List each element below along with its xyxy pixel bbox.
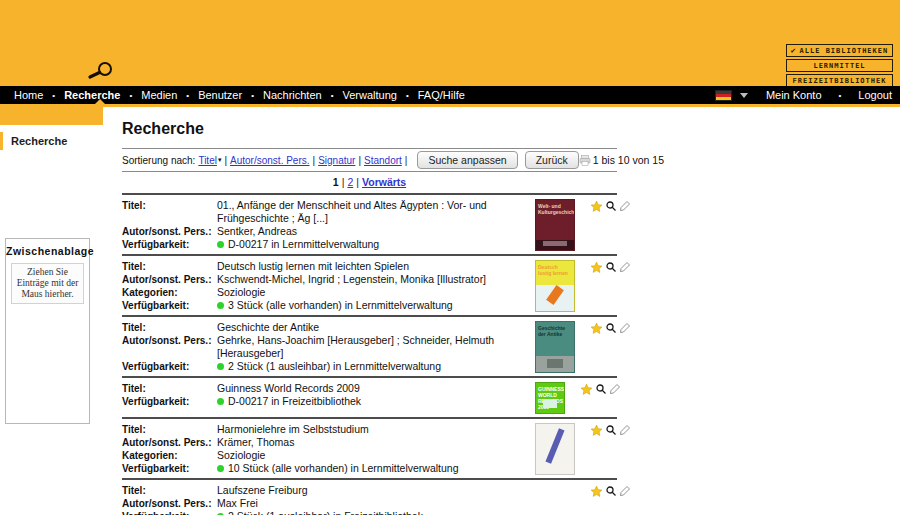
field-label-availability: Verfügbarkeit:: [122, 462, 217, 475]
nav-separator: •: [406, 91, 409, 100]
library-filter-buttons: ✔ALLE BIBLIOTHEKENLERNMITTELFREIZEITBIBL…: [786, 44, 893, 87]
library-filter-label: LERNMITTEL: [813, 62, 865, 70]
result-entry: Titel:Guinness World Records 2009Verfügb…: [122, 376, 617, 417]
library-filter-alle-bibliotheken[interactable]: ✔ALLE BIBLIOTHEKEN: [786, 44, 893, 57]
field-row-availability: Verfügbarkeit:D-00217 in Freizeitbibliot…: [122, 395, 527, 408]
nav-item-medien[interactable]: Medien: [141, 89, 177, 101]
active-tab-notch: [95, 99, 105, 104]
book-cover: [535, 423, 575, 475]
results-list: Titel:01., Anfänge der Menschheit und Al…: [122, 193, 617, 515]
nav-item-faq-hilfe[interactable]: FAQ/Hilfe: [418, 89, 465, 101]
field-label-availability: Verfügbarkeit:: [122, 395, 217, 408]
book-cover-title: Geschichte der Antike: [536, 322, 574, 340]
pagination: 1|2|Vorwärts: [122, 172, 617, 193]
field-value-title: Laufszene Freiburg: [217, 484, 527, 497]
result-count: 1 bis 10 von 15: [593, 154, 664, 166]
field-row-title: Titel:Guinness World Records 2009: [122, 382, 527, 395]
result-fields: Titel:Harmonielehre im SelbststudiumAuto…: [122, 423, 527, 475]
sort-option-standort[interactable]: Standort: [364, 155, 402, 166]
clipboard-title: Zwischenablage: [6, 239, 89, 262]
clipboard-hint: Ziehen Sie Einträge mit der Maus hierher…: [11, 263, 84, 304]
detail-magnifier-icon[interactable]: [605, 261, 617, 273]
field-row-author: Autor/sonst. Pers.:Gehrke, Hans-Joachim …: [122, 334, 527, 360]
book-cover-title: Deutsch lustig lernen: [536, 261, 574, 279]
edit-pencil-icon[interactable]: [619, 261, 631, 273]
result-fields: Titel:01., Anfänge der Menschheit und Al…: [122, 199, 527, 251]
sidebar-item-recherche[interactable]: Recherche: [0, 132, 103, 150]
favorite-star-icon[interactable]: [590, 322, 603, 335]
edit-pencil-icon[interactable]: [619, 322, 631, 334]
detail-magnifier-icon[interactable]: [605, 322, 617, 334]
clipboard-panel[interactable]: Zwischenablage Ziehen Sie Einträge mit d…: [5, 238, 90, 424]
result-actions: [590, 484, 631, 515]
magnifier-decoration-icon: [86, 60, 116, 86]
field-row-author: Autor/sonst. Pers.:Max Frei: [122, 497, 527, 510]
page-2[interactable]: 2: [347, 176, 353, 188]
edit-pencil-icon[interactable]: [609, 383, 621, 395]
separator: |: [224, 155, 227, 166]
field-label-availability: Verfügbarkeit:: [122, 299, 217, 312]
book-cover-title: GUINNESS WORLD RECORDS 2009: [536, 383, 564, 413]
availability-dot: [217, 363, 224, 370]
printer-icon[interactable]: [579, 155, 591, 166]
field-row-categories: Kategorien:Soziologie: [122, 286, 527, 299]
sort-options: Titel▾|Autor/sonst. Pers.|Signatur|Stand…: [198, 155, 410, 166]
favorite-star-icon[interactable]: [590, 261, 603, 274]
sort-option-autor-sonst-pers[interactable]: Autor/sonst. Pers.: [230, 155, 309, 166]
field-label-author: Autor/sonst. Pers.:: [122, 273, 217, 286]
field-row-title: Titel:Harmonielehre im Selbststudium: [122, 423, 527, 436]
nav-item-verwaltung[interactable]: Verwaltung: [342, 89, 396, 101]
result-entry: Titel:Laufszene FreiburgAutor/sonst. Per…: [122, 478, 617, 515]
separator: |: [313, 155, 316, 166]
favorite-star-icon[interactable]: [590, 424, 603, 437]
library-filter-lernmittel[interactable]: LERNMITTEL: [786, 59, 893, 72]
book-cover: GUINNESS WORLD RECORDS 2009: [535, 382, 565, 414]
nav-item-logout[interactable]: Logout: [858, 89, 892, 101]
nav-item-recherche[interactable]: Recherche: [64, 89, 120, 101]
field-label-author: Autor/sonst. Pers.:: [122, 436, 217, 449]
sort-option-signatur[interactable]: Signatur: [318, 155, 355, 166]
page-1: 1: [333, 176, 339, 188]
edit-pencil-icon[interactable]: [619, 200, 631, 212]
nav-item-home[interactable]: Home: [14, 89, 43, 101]
nav-item-mein-konto[interactable]: Mein Konto: [766, 89, 822, 101]
page-title: Recherche: [122, 120, 617, 138]
field-value-title: Guinness World Records 2009: [217, 382, 527, 395]
favorite-star-icon[interactable]: [590, 485, 603, 498]
detail-magnifier-icon[interactable]: [595, 383, 607, 395]
adjust-search-button[interactable]: Suche anpassen: [417, 151, 517, 169]
field-row-availability: Verfügbarkeit:D-00217 in Lernmittelverwa…: [122, 238, 527, 251]
favorite-star-icon[interactable]: [590, 200, 603, 213]
result-fields: Titel:Laufszene FreiburgAutor/sonst. Per…: [122, 484, 527, 515]
sort-label: Sortierung nach:: [122, 155, 195, 166]
edit-pencil-icon[interactable]: [619, 424, 631, 436]
field-value-availability: 10 Stück (alle vorhanden) in Lernmittelv…: [217, 462, 527, 475]
sidebar-items: Recherche: [0, 132, 103, 150]
detail-magnifier-icon[interactable]: [605, 200, 617, 212]
nav-item-nachrichten[interactable]: Nachrichten: [263, 89, 322, 101]
detail-magnifier-icon[interactable]: [605, 424, 617, 436]
availability-dot: [217, 465, 224, 472]
nav-item-benutzer[interactable]: Benutzer: [198, 89, 242, 101]
field-value-availability: D-00217 in Freizeitbibliothek: [217, 395, 527, 408]
field-value-availability: 3 Stück (alle vorhanden) in Lernmittelve…: [217, 299, 527, 312]
favorite-star-icon[interactable]: [580, 383, 593, 396]
detail-magnifier-icon[interactable]: [605, 485, 617, 497]
field-row-author: Autor/sonst. Pers.:Kschwendt-Michel, Ing…: [122, 273, 527, 286]
sort-option-titel[interactable]: Titel: [198, 155, 217, 166]
book-cover-title: [536, 424, 574, 430]
field-label-title: Titel:: [122, 484, 217, 497]
field-row-author: Autor/sonst. Pers.:Krämer, Thomas: [122, 436, 527, 449]
nav-separator: •: [129, 91, 132, 100]
page-next[interactable]: Vorwärts: [362, 176, 406, 188]
separator: |: [356, 176, 359, 188]
field-value-author: Sentker, Andreas: [217, 225, 527, 238]
language-dropdown-caret-icon[interactable]: [740, 93, 748, 98]
language-flag-icon[interactable]: [715, 90, 732, 101]
field-value-title: Deutsch lustig lernen mit leichten Spiel…: [217, 260, 527, 273]
sidebar-accent-block: [0, 104, 103, 125]
edit-pencil-icon[interactable]: [619, 485, 631, 497]
sidebar: Recherche Zwischenablage Ziehen Sie Eint…: [0, 104, 103, 515]
back-button[interactable]: Zurück: [525, 151, 579, 169]
availability-dot: [217, 302, 224, 309]
